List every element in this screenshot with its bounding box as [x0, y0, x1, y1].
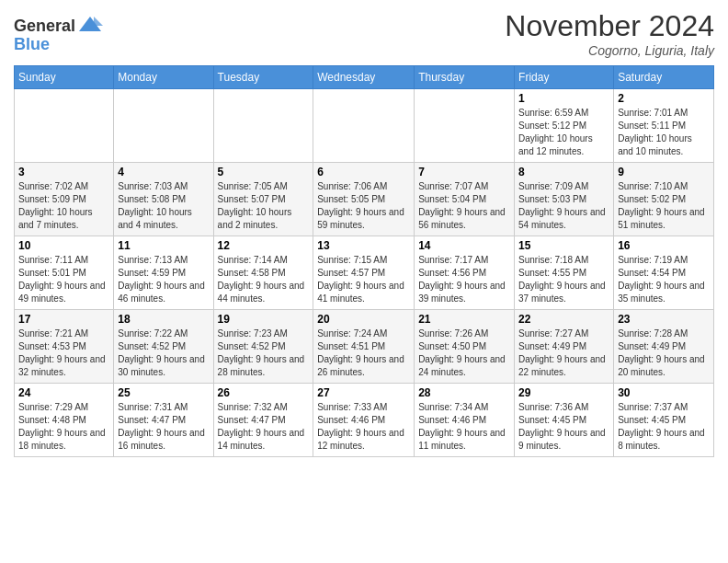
- col-wednesday: Wednesday: [313, 66, 415, 89]
- day-info: Sunrise: 7:11 AM Sunset: 5:01 PM Dayligh…: [18, 254, 109, 305]
- calendar-week-2: 3Sunrise: 7:02 AM Sunset: 5:09 PM Daylig…: [15, 163, 714, 236]
- calendar-cell: 4Sunrise: 7:03 AM Sunset: 5:08 PM Daylig…: [114, 163, 213, 236]
- svg-marker-1: [94, 17, 103, 26]
- day-number: 6: [317, 166, 410, 178]
- day-number: 27: [317, 386, 410, 399]
- day-number: 28: [418, 386, 510, 399]
- col-friday: Friday: [515, 66, 614, 89]
- calendar-cell: 7Sunrise: 7:07 AM Sunset: 5:04 PM Daylig…: [415, 163, 515, 236]
- calendar-cell: 6Sunrise: 7:06 AM Sunset: 5:05 PM Daylig…: [313, 163, 415, 236]
- day-info: Sunrise: 7:29 AM Sunset: 4:48 PM Dayligh…: [18, 401, 109, 453]
- day-info: Sunrise: 7:07 AM Sunset: 5:04 PM Dayligh…: [418, 180, 510, 232]
- calendar-cell: 27Sunrise: 7:33 AM Sunset: 4:46 PM Dayli…: [313, 384, 415, 457]
- day-number: 29: [518, 386, 609, 399]
- logo-icon: [77, 13, 103, 39]
- day-number: 7: [418, 166, 510, 178]
- calendar-cell: 23Sunrise: 7:28 AM Sunset: 4:49 PM Dayli…: [614, 310, 714, 384]
- day-info: Sunrise: 7:06 AM Sunset: 5:05 PM Dayligh…: [317, 180, 410, 232]
- title-block: November 2024 Cogorno, Liguria, Italy: [505, 9, 714, 58]
- day-info: Sunrise: 6:59 AM Sunset: 5:12 PM Dayligh…: [518, 107, 609, 158]
- day-info: Sunrise: 7:15 AM Sunset: 4:57 PM Dayligh…: [317, 254, 410, 305]
- day-number: 4: [118, 166, 209, 178]
- col-tuesday: Tuesday: [213, 66, 313, 89]
- day-number: 5: [218, 166, 310, 178]
- calendar-cell: 21Sunrise: 7:26 AM Sunset: 4:50 PM Dayli…: [415, 310, 515, 384]
- col-sunday: Sunday: [15, 66, 114, 89]
- calendar-cell: 2Sunrise: 7:01 AM Sunset: 5:11 PM Daylig…: [614, 89, 714, 163]
- logo: General Blue: [14, 13, 103, 54]
- col-saturday: Saturday: [614, 66, 714, 89]
- day-info: Sunrise: 7:09 AM Sunset: 5:03 PM Dayligh…: [518, 180, 609, 232]
- day-info: Sunrise: 7:34 AM Sunset: 4:46 PM Dayligh…: [418, 401, 510, 453]
- day-number: 26: [218, 386, 310, 399]
- col-monday: Monday: [114, 66, 213, 89]
- day-number: 19: [218, 313, 310, 326]
- day-info: Sunrise: 7:18 AM Sunset: 4:55 PM Dayligh…: [518, 254, 609, 305]
- calendar-cell: 26Sunrise: 7:32 AM Sunset: 4:47 PM Dayli…: [213, 384, 313, 457]
- day-info: Sunrise: 7:19 AM Sunset: 4:54 PM Dayligh…: [618, 254, 710, 305]
- day-number: 8: [518, 166, 609, 178]
- day-number: 18: [118, 313, 209, 326]
- day-info: Sunrise: 7:37 AM Sunset: 4:45 PM Dayligh…: [618, 401, 710, 453]
- day-info: Sunrise: 7:21 AM Sunset: 4:53 PM Dayligh…: [18, 327, 109, 379]
- day-info: Sunrise: 7:32 AM Sunset: 4:47 PM Dayligh…: [218, 401, 310, 453]
- calendar-cell: [213, 89, 313, 163]
- calendar-cell: 12Sunrise: 7:14 AM Sunset: 4:58 PM Dayli…: [213, 236, 313, 310]
- day-info: Sunrise: 7:22 AM Sunset: 4:52 PM Dayligh…: [118, 327, 209, 379]
- calendar-cell: 20Sunrise: 7:24 AM Sunset: 4:51 PM Dayli…: [313, 310, 415, 384]
- calendar-week-4: 17Sunrise: 7:21 AM Sunset: 4:53 PM Dayli…: [15, 310, 714, 384]
- header: General Blue November 2024 Cogorno, Ligu…: [14, 9, 714, 58]
- calendar-cell: 28Sunrise: 7:34 AM Sunset: 4:46 PM Dayli…: [415, 384, 515, 457]
- day-number: 11: [118, 239, 209, 252]
- calendar-cell: 29Sunrise: 7:36 AM Sunset: 4:45 PM Dayli…: [515, 384, 614, 457]
- day-info: Sunrise: 7:02 AM Sunset: 5:09 PM Dayligh…: [18, 180, 109, 232]
- day-number: 3: [18, 166, 109, 178]
- calendar-cell: 19Sunrise: 7:23 AM Sunset: 4:52 PM Dayli…: [213, 310, 313, 384]
- calendar-cell: 30Sunrise: 7:37 AM Sunset: 4:45 PM Dayli…: [614, 384, 714, 457]
- day-number: 9: [618, 166, 710, 178]
- calendar-cell: 10Sunrise: 7:11 AM Sunset: 5:01 PM Dayli…: [15, 236, 114, 310]
- calendar-cell: 22Sunrise: 7:27 AM Sunset: 4:49 PM Dayli…: [515, 310, 614, 384]
- day-number: 30: [618, 386, 710, 399]
- calendar-cell: 11Sunrise: 7:13 AM Sunset: 4:59 PM Dayli…: [114, 236, 213, 310]
- page-container: General Blue November 2024 Cogorno, Ligu…: [0, 0, 728, 466]
- calendar-cell: [15, 89, 114, 163]
- calendar-cell: [415, 89, 515, 163]
- day-number: 12: [218, 239, 310, 252]
- calendar-cell: 5Sunrise: 7:05 AM Sunset: 5:07 PM Daylig…: [213, 163, 313, 236]
- day-info: Sunrise: 7:03 AM Sunset: 5:08 PM Dayligh…: [118, 180, 209, 232]
- day-number: 14: [418, 239, 510, 252]
- day-info: Sunrise: 7:28 AM Sunset: 4:49 PM Dayligh…: [618, 327, 710, 379]
- day-number: 24: [18, 386, 109, 399]
- day-info: Sunrise: 7:36 AM Sunset: 4:45 PM Dayligh…: [518, 401, 609, 453]
- calendar-cell: [313, 89, 415, 163]
- calendar-cell: 16Sunrise: 7:19 AM Sunset: 4:54 PM Dayli…: [614, 236, 714, 310]
- day-number: 17: [18, 313, 109, 326]
- logo-general-text: General: [14, 17, 75, 36]
- day-number: 23: [618, 313, 710, 326]
- calendar-cell: 17Sunrise: 7:21 AM Sunset: 4:53 PM Dayli…: [15, 310, 114, 384]
- calendar-cell: 15Sunrise: 7:18 AM Sunset: 4:55 PM Dayli…: [515, 236, 614, 310]
- day-info: Sunrise: 7:01 AM Sunset: 5:11 PM Dayligh…: [618, 107, 710, 158]
- calendar-cell: 3Sunrise: 7:02 AM Sunset: 5:09 PM Daylig…: [15, 163, 114, 236]
- day-info: Sunrise: 7:05 AM Sunset: 5:07 PM Dayligh…: [218, 180, 310, 232]
- day-number: 1: [518, 92, 609, 105]
- day-number: 2: [618, 92, 710, 105]
- calendar-cell: [114, 89, 213, 163]
- col-thursday: Thursday: [415, 66, 515, 89]
- day-number: 16: [618, 239, 710, 252]
- day-number: 25: [118, 386, 209, 399]
- location: Cogorno, Liguria, Italy: [505, 43, 714, 58]
- day-number: 22: [518, 313, 609, 326]
- calendar-cell: 1Sunrise: 6:59 AM Sunset: 5:12 PM Daylig…: [515, 89, 614, 163]
- day-info: Sunrise: 7:27 AM Sunset: 4:49 PM Dayligh…: [518, 327, 609, 379]
- day-info: Sunrise: 7:13 AM Sunset: 4:59 PM Dayligh…: [118, 254, 209, 305]
- calendar-week-3: 10Sunrise: 7:11 AM Sunset: 5:01 PM Dayli…: [15, 236, 714, 310]
- day-number: 13: [317, 239, 410, 252]
- calendar-cell: 25Sunrise: 7:31 AM Sunset: 4:47 PM Dayli…: [114, 384, 213, 457]
- month-title: November 2024: [505, 9, 714, 43]
- day-info: Sunrise: 7:14 AM Sunset: 4:58 PM Dayligh…: [218, 254, 310, 305]
- day-number: 15: [518, 239, 609, 252]
- day-info: Sunrise: 7:26 AM Sunset: 4:50 PM Dayligh…: [418, 327, 510, 379]
- calendar-week-5: 24Sunrise: 7:29 AM Sunset: 4:48 PM Dayli…: [15, 384, 714, 457]
